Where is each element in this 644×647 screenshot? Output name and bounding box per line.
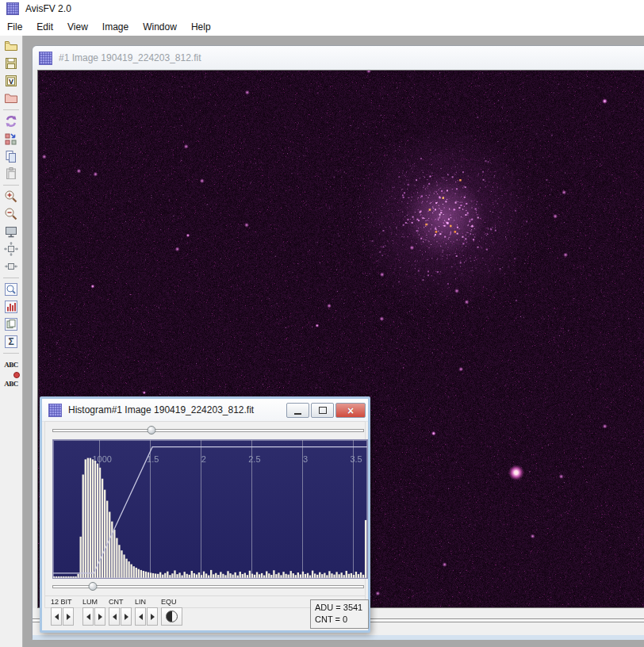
bit-depth-label: 12 BIT — [51, 598, 75, 606]
equalize-button[interactable] — [161, 607, 182, 626]
histogram-window-title: Histogram#1 Image 190419_224203_812.fit — [68, 404, 254, 415]
toolbar-annotate-button[interactable]: ABC — [2, 373, 21, 391]
toolbar-save-as-button[interactable]: V — [2, 72, 21, 90]
toolbar-zoom-in-button[interactable] — [2, 188, 21, 205]
histogram-panel: 12 BIT LUM CNT — [44, 421, 366, 608]
histogram-window-titlebar[interactable]: Histogram#1 Image 190419_224203_812.fit … — [42, 399, 368, 422]
white-point-slider[interactable] — [52, 427, 364, 435]
toolbar-save-button[interactable] — [2, 55, 21, 72]
window-buttons: × — [285, 403, 366, 418]
expand-icon — [4, 242, 18, 256]
folder-icon — [4, 91, 18, 105]
histogram-window-icon — [48, 404, 62, 417]
cnt-prev-button[interactable] — [109, 607, 120, 626]
red-badge-icon — [13, 372, 20, 378]
toolbar-expand-button[interactable] — [2, 240, 21, 258]
toolbar-zoom-out-button[interactable] — [2, 205, 21, 223]
right-arrow-icon — [98, 614, 102, 620]
text-abc-note-icon: ABC — [4, 375, 18, 389]
toolbar-shrink-button[interactable] — [2, 258, 21, 275]
toolbar-open-button[interactable] — [2, 37, 21, 55]
cnt-value: CNT = 0 — [315, 614, 364, 626]
histogram-controls: 12 BIT LUM CNT — [45, 595, 365, 633]
close-button[interactable]: × — [335, 403, 366, 418]
menu-view[interactable]: View — [60, 19, 95, 35]
refresh-icon — [4, 114, 18, 128]
text-abc-icon: ABC — [4, 361, 18, 369]
toolbar-separator — [3, 185, 19, 186]
histogram-plot-canvas[interactable] — [52, 439, 368, 579]
cnt-next-button[interactable] — [121, 607, 132, 626]
shrink-icon — [4, 259, 18, 274]
preview-icon — [4, 282, 18, 297]
svg-text:V: V — [9, 78, 13, 86]
lum-next-button[interactable] — [94, 607, 105, 626]
pages-icon — [4, 317, 18, 331]
menu-edit[interactable]: Edit — [29, 19, 60, 35]
zoom-in-icon — [4, 190, 18, 204]
image-window-titlebar[interactable]: #1 Image 190419_224203_812.fit — [33, 46, 644, 70]
save-icon — [4, 56, 18, 71]
svg-text:Σ: Σ — [8, 336, 13, 347]
app-icon — [6, 2, 19, 15]
minimize-button[interactable] — [286, 403, 309, 418]
footer-edge — [33, 635, 644, 640]
app-titlebar: AvisFV 2.0 — [0, 0, 644, 17]
equalize-label: EQU — [161, 598, 182, 606]
black-point-slider-track[interactable] — [52, 585, 364, 588]
bit-depth-next-button[interactable] — [63, 607, 74, 626]
menu-window[interactable]: Window — [136, 19, 184, 35]
toolbar-separator — [3, 109, 19, 110]
black-point-slider-thumb[interactable] — [89, 582, 98, 591]
zoom-out-icon — [4, 207, 18, 221]
toolbar-copy-button[interactable] — [2, 147, 21, 165]
image-window-icon — [39, 52, 52, 65]
toolbar-separator — [3, 278, 19, 278]
toolbar-preview-button[interactable] — [2, 281, 21, 298]
cursor-readout-box: ADU = 3541 CNT = 0 — [310, 599, 369, 629]
menu-help[interactable]: Help — [184, 19, 218, 35]
close-icon: × — [347, 405, 354, 416]
toolbar-folder-button[interactable] — [2, 90, 21, 107]
save-as-icon: V — [4, 74, 18, 88]
toolbar-pages-button[interactable] — [2, 316, 21, 333]
minimize-icon — [294, 413, 301, 415]
lin-next-button[interactable] — [147, 607, 158, 626]
menu-bar: File Edit View Image Window Help — [0, 17, 644, 36]
toolbar-paste-button[interactable] — [2, 165, 21, 182]
histogram-window: Histogram#1 Image 190419_224203_812.fit … — [40, 396, 370, 633]
left-arrow-icon — [86, 614, 90, 620]
toolbar-transfer-button[interactable] — [2, 130, 21, 147]
toolbar-text-button[interactable]: ABC — [2, 356, 21, 373]
white-point-slider-thumb[interactable] — [147, 426, 155, 435]
cnt-label: CNT — [109, 598, 132, 606]
bit-depth-control: 12 BIT — [51, 598, 75, 626]
open-file-icon — [4, 39, 18, 53]
lin-prev-button[interactable] — [135, 607, 146, 626]
menu-image[interactable]: Image — [95, 19, 136, 35]
lum-prev-button[interactable] — [82, 607, 94, 626]
copy-icon — [4, 149, 18, 163]
right-arrow-icon — [151, 614, 155, 620]
contrast-half-circle-icon — [166, 611, 178, 622]
cnt-control: CNT — [109, 598, 132, 626]
toolbar: V — [0, 36, 23, 647]
toolbar-histogram-button[interactable] — [2, 298, 21, 316]
toolbar-refresh-button[interactable] — [2, 113, 21, 130]
lin-control: LIN — [135, 598, 159, 626]
adu-value: ADU = 3541 — [315, 602, 364, 614]
menu-file[interactable]: File — [0, 19, 29, 35]
paste-icon — [4, 167, 18, 181]
restore-button[interactable] — [311, 403, 334, 418]
bit-depth-prev-button[interactable] — [51, 607, 62, 626]
right-arrow-icon — [67, 614, 71, 620]
app-title: AvisFV 2.0 — [25, 3, 71, 14]
monitor-icon — [4, 224, 18, 239]
toolbar-sum-button[interactable]: Σ — [2, 333, 21, 350]
transfer-icon — [4, 132, 18, 146]
left-arrow-icon — [139, 614, 143, 620]
image-window-title: #1 Image 190419_224203_812.fit — [59, 52, 201, 63]
black-point-slider[interactable] — [52, 583, 364, 591]
toolbar-monitor-button[interactable] — [2, 223, 21, 240]
white-point-slider-track[interactable] — [52, 429, 364, 432]
